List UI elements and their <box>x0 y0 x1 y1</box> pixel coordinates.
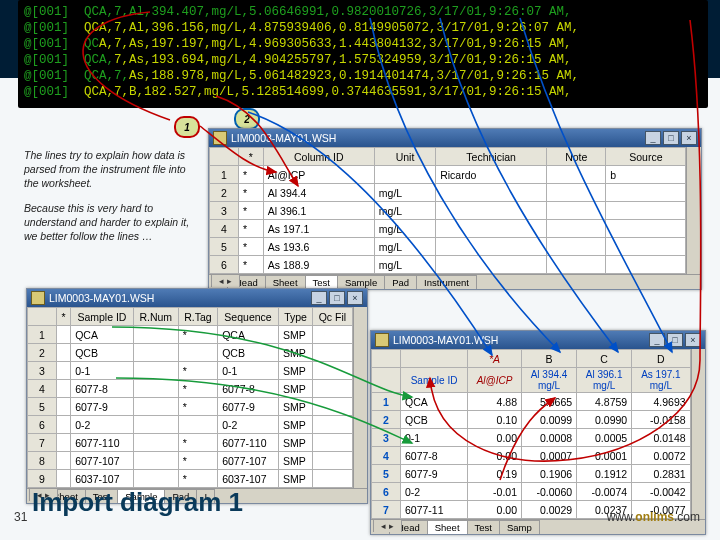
scrollbar[interactable] <box>691 349 705 519</box>
worksheet-test-window: LIM0003-MAY01.WSH _ □ × *Column IDUnitTe… <box>208 128 702 290</box>
tab-sheet[interactable]: Sheet <box>265 275 306 289</box>
caption-p1: The lines try to explain how data is par… <box>24 148 199 191</box>
minimize-button[interactable]: _ <box>645 131 661 145</box>
worksheet-sample-window: LIM0003-MAY01.WSH _ □ × *Sample IDR.NumR… <box>26 288 368 504</box>
maximize-button[interactable]: □ <box>663 131 679 145</box>
tab-sample[interactable]: Sample <box>337 275 385 289</box>
tab-sheet[interactable]: Sheet <box>427 520 468 534</box>
terminal-output: @[001] QCA,7,Al,394.407,mg/L,5.06646991,… <box>18 0 708 108</box>
tabstrip[interactable]: ◂ ▸HeadSheetTestSamplePadInstrument <box>209 274 701 289</box>
slide: @[001] QCA,7,Al,394.407,mg/L,5.06646991,… <box>0 0 720 540</box>
close-button[interactable]: × <box>681 131 697 145</box>
titlebar[interactable]: LIM0003-MAY01.WSH _ □ × <box>27 289 367 307</box>
titlebar[interactable]: LIM0003-MAY01.WSH _ □ × <box>371 331 705 349</box>
window-controls: _ □ × <box>311 291 363 305</box>
minimize-button[interactable]: _ <box>649 333 665 347</box>
sheet-table[interactable]: *ABCDSample IDAl@ICPAl 394.4 mg/LAl 396.… <box>371 349 691 519</box>
app-icon <box>375 333 389 347</box>
scrollbar[interactable] <box>353 307 367 488</box>
tab-pad[interactable]: Pad <box>384 275 417 289</box>
window-title: LIM0003-MAY01.WSH <box>231 132 336 144</box>
window-title: LIM0003-MAY01.WSH <box>49 292 154 304</box>
app-icon <box>31 291 45 305</box>
tab-test[interactable]: Test <box>467 520 500 534</box>
window-controls: _ □ × <box>645 131 697 145</box>
close-button[interactable]: × <box>685 333 701 347</box>
window-title: LIM0003-MAY01.WSH <box>393 334 498 346</box>
app-icon <box>213 131 227 145</box>
footer-url: www.onlims.com <box>607 510 700 524</box>
tab-test[interactable]: Test <box>305 275 338 289</box>
annotation-1: 1 <box>174 116 200 138</box>
caption-p2: Because this is very hard to understand … <box>24 201 199 244</box>
minimize-button[interactable]: _ <box>311 291 327 305</box>
sample-table[interactable]: *Sample IDR.NumR.TagSequenceTypeQc Fil1Q… <box>27 307 353 488</box>
worksheet-sheet-window: LIM0003-MAY01.WSH _ □ × *ABCDSample IDAl… <box>370 330 706 535</box>
scrollbar[interactable] <box>686 147 701 274</box>
tab-instrument[interactable]: Instrument <box>416 275 477 289</box>
test-table[interactable]: *Column IDUnitTechnicianNoteSource1*Al@I… <box>209 147 686 274</box>
tab-samp[interactable]: Samp <box>499 520 540 534</box>
annotation-2: 2 <box>234 108 260 130</box>
page-number: 31 <box>14 510 27 524</box>
maximize-button[interactable]: □ <box>329 291 345 305</box>
caption-text: The lines try to explain how data is par… <box>24 148 199 253</box>
window-controls: _ □ × <box>649 333 701 347</box>
close-button[interactable]: × <box>347 291 363 305</box>
titlebar[interactable]: LIM0003-MAY01.WSH _ □ × <box>209 129 701 147</box>
slide-title: Import diagram 1 <box>32 487 243 518</box>
maximize-button[interactable]: □ <box>667 333 683 347</box>
